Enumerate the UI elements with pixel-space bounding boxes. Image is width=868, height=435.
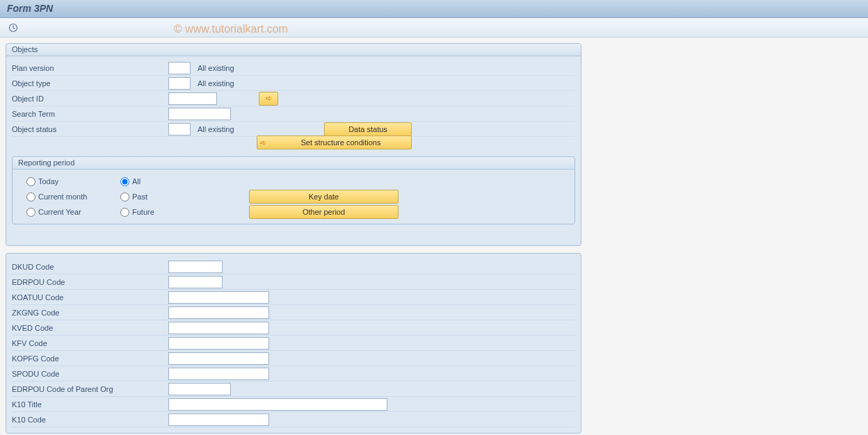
radio-future[interactable] xyxy=(120,208,129,217)
radio-past[interactable] xyxy=(120,192,129,202)
input-edrpou[interactable] xyxy=(168,276,223,288)
execute-icon[interactable] xyxy=(7,22,19,34)
input-object-id[interactable] xyxy=(168,92,217,105)
main-area: Objects Plan version All existing Object… xyxy=(0,38,868,435)
input-zkgng[interactable] xyxy=(168,306,269,319)
row-edrpou: EDRPOU Code xyxy=(12,274,575,290)
other-period-label: Other period xyxy=(303,208,345,216)
input-object-status[interactable] xyxy=(168,123,191,136)
label-koatuu: KOATUU Code xyxy=(12,293,168,302)
svg-line-2 xyxy=(13,28,15,29)
label-current-year: Current Year xyxy=(38,208,81,216)
toolbar xyxy=(0,18,868,38)
label-edrpou: EDRPOU Code xyxy=(12,278,168,286)
arrow-right-icon: ➪ xyxy=(266,94,272,103)
input-koatuu[interactable] xyxy=(168,291,269,304)
row-kfv: KFV Code xyxy=(12,336,575,351)
label-future: Future xyxy=(132,208,154,216)
label-current-month: Current month xyxy=(38,192,87,201)
input-spodu[interactable] xyxy=(168,368,269,380)
row-koatuu: KOATUU Code xyxy=(12,290,575,305)
row-kved: KVED Code xyxy=(12,320,575,336)
title-text: Form 3PN xyxy=(7,3,53,14)
label-object-status: Object status xyxy=(12,125,168,133)
reporting-body: Today All Current month xyxy=(13,170,574,224)
input-kved[interactable] xyxy=(168,322,269,334)
input-k10-code[interactable] xyxy=(168,413,269,426)
objects-panel-header: Objects xyxy=(6,44,581,56)
row-zkgng: ZKGNG Code xyxy=(12,305,575,320)
other-period-button[interactable]: Other period xyxy=(249,205,399,219)
label-kved: KVED Code xyxy=(12,324,168,332)
data-status-button[interactable]: Data status xyxy=(324,122,412,136)
codes-panel: DKUD Code EDRPOU Code KOATUU Code ZKGNG … xyxy=(6,253,581,434)
label-past: Past xyxy=(132,192,147,201)
objects-panel-body: Plan version All existing Object type Al… xyxy=(6,56,581,245)
key-date-label: Key date xyxy=(309,192,339,201)
struct-btn-label: Set structure conditions xyxy=(271,138,411,147)
input-search-term[interactable] xyxy=(168,108,231,120)
radio-current-month[interactable] xyxy=(26,192,35,202)
reporting-period-header: Reporting period xyxy=(13,157,574,170)
label-k10-title: K10 Title xyxy=(12,400,168,409)
row-plan-version: Plan version All existing xyxy=(12,60,575,76)
radio-row-1: Today All xyxy=(13,174,574,189)
row-dkud: DKUD Code xyxy=(12,259,575,274)
label-edrpou-parent: EDRPOU Code of Parent Org xyxy=(12,385,168,393)
input-k10-title[interactable] xyxy=(168,398,387,411)
key-date-button[interactable]: Key date xyxy=(249,190,399,204)
row-kopfg: KOPFG Code xyxy=(12,351,575,366)
row-object-type: Object type All existing xyxy=(12,76,575,91)
row-object-id: Object ID ➪ xyxy=(12,91,575,106)
input-object-type[interactable] xyxy=(168,77,191,90)
row-edrpou-parent: EDRPOU Code of Parent Org xyxy=(12,381,575,397)
radio-current-year[interactable] xyxy=(26,208,35,217)
objects-panel: Objects Plan version All existing Object… xyxy=(6,43,581,246)
row-spodu: SPODU Code xyxy=(12,366,575,381)
data-status-label: Data status xyxy=(348,125,387,133)
label-object-type: Object type xyxy=(12,79,168,88)
label-kfv: KFV Code xyxy=(12,339,168,347)
text-plan-version-after: All existing xyxy=(198,64,234,72)
radio-row-3: Current Year Future Other period xyxy=(13,204,574,220)
label-dkud: DKUD Code xyxy=(12,263,168,271)
input-kopfg[interactable] xyxy=(168,352,269,365)
radio-row-2: Current month Past Key date xyxy=(13,189,574,204)
row-object-status: Object status All existing Data status xyxy=(12,122,575,137)
label-kopfg: KOPFG Code xyxy=(12,354,168,363)
input-dkud[interactable] xyxy=(168,261,223,273)
reporting-period-panel: Reporting period Today All xyxy=(12,156,575,224)
label-k10-code: K10 Code xyxy=(12,416,168,424)
label-object-id: Object ID xyxy=(12,95,168,103)
arrow-right-icon: ➪ xyxy=(260,138,266,147)
set-structure-conditions-button[interactable]: ➪ Set structure conditions xyxy=(257,136,412,149)
multi-select-button[interactable]: ➪ xyxy=(259,92,278,106)
radio-all[interactable] xyxy=(120,177,129,186)
label-plan-version: Plan version xyxy=(12,64,168,72)
input-plan-version[interactable] xyxy=(168,62,191,74)
page-title: Form 3PN xyxy=(0,0,868,18)
row-search-term: Search Term xyxy=(12,106,575,122)
text-object-status-after: All existing xyxy=(198,125,234,133)
label-all: All xyxy=(132,177,140,186)
text-object-type-after: All existing xyxy=(198,79,234,88)
radio-today[interactable] xyxy=(26,177,35,186)
label-search-term: Search Term xyxy=(12,110,168,118)
input-edrpou-parent[interactable] xyxy=(168,383,231,395)
row-k10-code: K10 Code xyxy=(12,412,575,427)
input-kfv[interactable] xyxy=(168,337,269,350)
label-today: Today xyxy=(38,177,58,186)
label-zkgng: ZKGNG Code xyxy=(12,309,168,317)
row-k10-title: K10 Title xyxy=(12,397,575,412)
label-spodu: SPODU Code xyxy=(12,370,168,378)
row-struct-conditions: ➪ Set structure conditions xyxy=(6,136,581,151)
